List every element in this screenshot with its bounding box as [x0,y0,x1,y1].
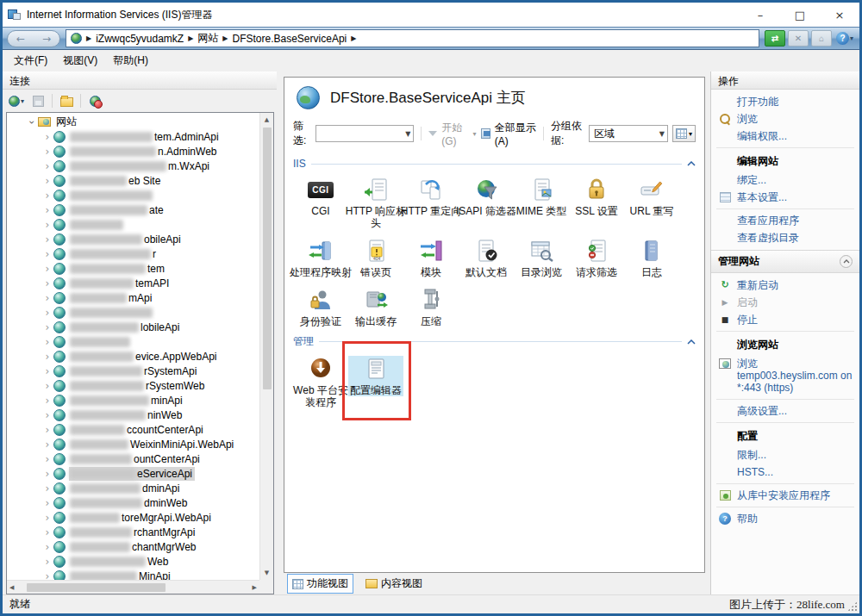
scroll-thumb[interactable] [263,128,272,389]
chevron-collapsed-icon[interactable]: › [43,146,52,158]
tree-row[interactable]: ›Web [7,554,259,569]
tree-item-label[interactable]: toreMgrApi.WebApi [69,511,214,525]
chevron-collapsed-icon[interactable]: › [43,248,52,260]
action-link[interactable]: 从库中安装应用程序 [711,487,859,504]
scroll-up-icon[interactable]: ▲ [262,113,272,127]
tree-root-websites[interactable]: ›网站 [7,115,259,129]
tree-item-label[interactable] [69,336,133,348]
tree-row[interactable]: › [7,217,259,232]
feature-error-pages[interactable]: 404错误页 [348,238,403,278]
chevron-collapsed-icon[interactable]: › [43,263,52,275]
close-button[interactable]: × [820,3,859,27]
tree-row[interactable]: ›dminWeb [7,495,259,510]
tree-row[interactable]: ›toreMgrApi.WebApi [7,510,259,525]
menu-item-2[interactable]: 帮助(H) [105,51,156,71]
delete-connection-icon[interactable] [85,92,104,109]
chevron-collapsed-icon[interactable]: › [43,351,52,363]
chevron-collapsed-icon[interactable]: › [43,131,52,143]
group-by-select[interactable]: 区域▼ [589,125,668,142]
chevron-collapsed-icon[interactable]: › [43,497,52,509]
feature-compression[interactable]: 压缩 [403,287,459,327]
tree-row[interactable]: ›evice.AppWebApi [7,349,259,364]
chevron-collapsed-icon[interactable]: › [43,292,52,304]
action-link[interactable]: 打开功能 [711,93,859,110]
tree-item-label[interactable]: ountCenterApi [69,452,203,466]
feature-http-redirect[interactable]: HTTP 重定向 [403,177,459,229]
chevron-collapsed-icon[interactable]: › [43,541,52,553]
tree-item-label[interactable]: dminWeb [69,496,190,510]
tree-item-label[interactable]: m.WxApi [69,159,212,173]
feature-ssl-settings[interactable]: SSL 设置 [569,177,624,229]
feature-web-platform-installer[interactable]: Web 平台安装程序 [293,356,348,408]
forward-icon[interactable]: → [42,34,51,44]
chevron-collapsed-icon[interactable]: › [43,336,52,348]
chevron-collapsed-icon[interactable]: › [43,175,52,187]
tree-row[interactable]: ›m.WxApi [7,159,259,173]
chevron-collapsed-icon[interactable]: › [43,482,52,495]
tree-row[interactable]: ›ninWeb [7,408,259,422]
refresh-icon[interactable]: ⇄ [765,30,785,47]
tree-row[interactable]: ›ountCenterApi [7,451,259,466]
tree-row[interactable]: ›temAPI [7,276,259,290]
chevron-collapsed-icon[interactable]: › [43,526,52,538]
tree-item-label[interactable]: dminApi [69,482,182,495]
tree-item-label[interactable]: MinApi [69,569,173,581]
chevron-collapsed-icon[interactable]: › [43,160,52,172]
tree-item-label[interactable]: Web [69,555,171,569]
action-link[interactable]: 浏览 temp003.heyslim.com on *:443 (https) [711,355,859,396]
chevron-collapsed-icon[interactable]: › [43,453,52,465]
action-link[interactable]: 查看应用程序 [711,212,859,229]
create-connection-icon[interactable]: ▾ [7,92,26,109]
tree-item-label[interactable]: lobileApi [69,320,182,334]
chevron-collapsed-icon[interactable]: › [43,204,52,216]
menu-item-0[interactable]: 文件(F) [6,51,55,71]
tree-row[interactable]: › [7,305,259,320]
tree-row[interactable]: ›n.AdminWeb [7,144,259,159]
tree-row[interactable]: ›minApi [7,393,259,408]
action-link[interactable]: 编辑权限... [711,128,859,145]
tree-row[interactable]: ›obileApi [7,232,259,246]
tree-row[interactable]: ›chantMgrWeb [7,539,259,554]
tab-features-view[interactable]: 功能视图 [287,574,353,594]
scroll-down-icon[interactable]: ▼ [262,566,272,580]
feature-directory-browsing[interactable]: 目录浏览 [514,238,569,278]
action-link[interactable]: 绑定... [711,171,859,189]
feature-output-caching[interactable]: 输出缓存 [348,287,403,327]
chevron-collapsed-icon[interactable]: › [43,321,52,333]
tree-item-label[interactable] [69,307,155,319]
tree-row[interactable]: ›WeixinMiniApi.WebApi [7,437,259,451]
feature-modules[interactable]: 模块 [403,238,459,278]
tree-item-label[interactable] [69,190,155,202]
tree-item-label[interactable]: WeixinMiniApi.WebApi [69,438,236,451]
tree-row[interactable]: ›eServiceApi [7,466,259,481]
chevron-collapsed-icon[interactable]: › [43,556,52,568]
tree-item-label[interactable]: r [69,247,159,261]
feature-request-filtering[interactable]: 请求筛选 [569,238,624,278]
up-level-icon[interactable] [57,92,76,109]
tree-row[interactable]: › [7,334,259,349]
tree-horizontal-scrollbar[interactable]: ◀ ▶ [7,580,259,594]
chevron-collapsed-icon[interactable]: › [43,439,52,451]
chevron-collapsed-icon[interactable]: › [43,233,52,246]
tree-row[interactable]: ›tem [7,261,259,276]
collapse-section-icon[interactable] [840,255,853,268]
tree-item-label[interactable] [69,219,126,231]
breadcrumb[interactable]: ▶iZwwqc5yvudamkZ▶网站▶DFStore.BaseServiceA… [66,29,759,47]
action-link[interactable]: 高级设置... [711,402,859,420]
resize-grip-icon[interactable] [847,601,858,612]
chevron-collapsed-icon[interactable]: › [43,424,52,436]
breadcrumb-item[interactable]: DFStore.BaseServiceApi [233,33,347,45]
feature-isapi-filters[interactable]: ISAPI 筛选器 [459,177,514,229]
tree-vertical-scrollbar[interactable]: ▲ ▼ [259,113,273,580]
tree-item-label[interactable]: eb Site [69,174,163,188]
feature-configuration-editor[interactable]: 配置编辑器 [348,356,403,396]
tree-row[interactable]: ›tem.AdminApi [7,129,259,144]
tree-item-label[interactable]: evice.AppWebApi [69,350,220,364]
action-link[interactable]: 浏览 [711,110,859,128]
tree-item-label-selected[interactable]: eServiceApi [69,467,195,481]
action-link[interactable]: ■停止 [711,311,859,328]
action-link[interactable]: 查看虚拟目录 [711,229,859,246]
tree-item-label[interactable]: rSystemApi [69,364,199,378]
chevron-collapsed-icon[interactable]: › [43,365,52,377]
tree-item-label[interactable]: ccountCenterApi [69,423,206,437]
